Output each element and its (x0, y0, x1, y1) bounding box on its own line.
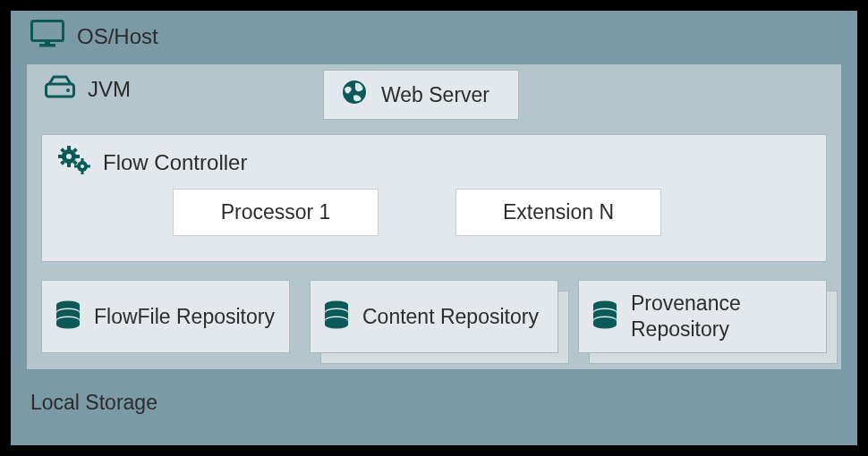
svg-rect-8 (67, 162, 71, 167)
jvm-label: JVM (88, 77, 131, 102)
svg-point-15 (66, 154, 72, 159)
globe-icon (342, 80, 367, 110)
jvm-header: JVM (45, 75, 131, 104)
svg-point-21 (81, 165, 84, 168)
drive-icon (45, 75, 75, 104)
gears-icon (58, 146, 90, 180)
flowfile-repo-box: FlowFile Repository (41, 280, 290, 353)
svg-rect-10 (74, 155, 80, 158)
processor-box: Processor 1 (173, 189, 379, 236)
jvm-container: JVM Web Server (27, 64, 841, 369)
flow-controller-box: Flow Controller Processor 1 Extension N (41, 134, 827, 262)
os-host-container: OS/Host JVM (11, 11, 857, 445)
web-server-box: Web Server (323, 70, 519, 120)
os-host-header: OS/Host (30, 20, 841, 54)
svg-point-4 (66, 89, 70, 92)
svg-rect-19 (74, 165, 78, 168)
content-repo-wrap: Content Repository (310, 280, 558, 353)
repositories-row: FlowFile Repository (41, 280, 827, 353)
flow-controller-label: Flow Controller (103, 150, 247, 175)
flowfile-repo-wrap: FlowFile Repository (41, 280, 290, 353)
local-storage-label: Local Storage (30, 391, 841, 415)
database-icon (55, 300, 81, 333)
flow-controller-header: Flow Controller (58, 146, 812, 180)
flowfile-repo-label: FlowFile Repository (94, 304, 275, 330)
monitor-icon (30, 20, 64, 54)
jvm-header-row: JVM Web Server (41, 75, 827, 104)
svg-rect-2 (45, 40, 50, 45)
database-icon (323, 300, 350, 333)
provenance-repo-box: Provenance Repository (578, 280, 827, 353)
svg-rect-9 (58, 155, 64, 158)
extension-box: Extension N (455, 189, 661, 236)
provenance-repo-wrap: Provenance Repository (578, 280, 827, 353)
flow-controller-children: Processor 1 Extension N (173, 189, 812, 236)
content-repo-label: Content Repository (362, 304, 539, 330)
svg-rect-20 (87, 165, 90, 168)
web-server-label: Web Server (381, 83, 489, 107)
database-icon (591, 300, 618, 333)
content-repo-box: Content Repository (310, 280, 558, 353)
svg-rect-18 (81, 171, 84, 174)
svg-rect-7 (67, 146, 71, 151)
svg-rect-0 (32, 21, 64, 41)
provenance-repo-label: Provenance Repository (631, 291, 815, 342)
svg-rect-17 (81, 158, 84, 162)
os-host-label: OS/Host (77, 24, 158, 49)
